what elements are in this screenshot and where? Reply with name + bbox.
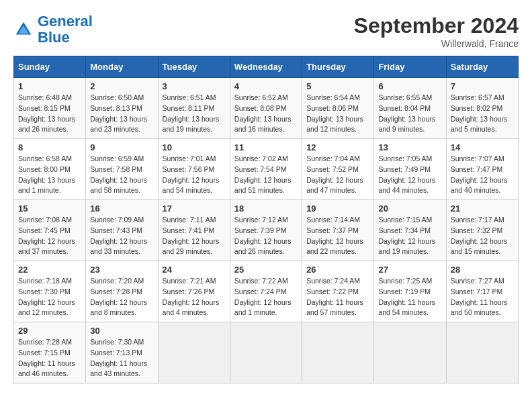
calendar-cell (446, 322, 518, 383)
day-number: 25 (234, 265, 298, 275)
calendar-cell: 11Sunrise: 7:02 AMSunset: 7:54 PMDayligh… (230, 139, 302, 200)
day-number: 26 (306, 265, 369, 275)
calendar-cell: 6Sunrise: 6:55 AMSunset: 8:04 PMDaylight… (374, 78, 446, 139)
day-info: Sunrise: 6:55 AMSunset: 8:04 PMDaylight:… (378, 93, 441, 135)
day-number: 15 (18, 203, 81, 214)
header-saturday: Saturday (446, 56, 518, 78)
day-info: Sunrise: 7:25 AMSunset: 7:19 PMDaylight:… (378, 276, 441, 318)
calendar-cell: 29Sunrise: 7:28 AMSunset: 7:15 PMDayligh… (14, 322, 86, 383)
calendar-cell: 14Sunrise: 7:07 AMSunset: 7:47 PMDayligh… (446, 139, 518, 200)
calendar-cell: 7Sunrise: 6:57 AMSunset: 8:02 PMDaylight… (446, 78, 518, 139)
calendar-cell (374, 322, 446, 383)
calendar-cell: 21Sunrise: 7:17 AMSunset: 7:32 PMDayligh… (446, 200, 518, 261)
day-number: 4 (234, 81, 298, 91)
day-number: 11 (234, 142, 298, 152)
day-number: 27 (378, 265, 441, 275)
calendar-week-4: 22Sunrise: 7:18 AMSunset: 7:30 PMDayligh… (14, 261, 519, 322)
header-friday: Friday (374, 56, 446, 78)
logo-general: General (38, 13, 93, 30)
day-number: 5 (306, 81, 369, 91)
day-info: Sunrise: 7:02 AMSunset: 7:54 PMDaylight:… (234, 154, 298, 196)
day-info: Sunrise: 7:30 AMSunset: 7:13 PMDaylight:… (90, 337, 153, 379)
calendar-cell: 17Sunrise: 7:11 AMSunset: 7:41 PMDayligh… (158, 200, 230, 261)
day-number: 8 (18, 142, 81, 152)
day-info: Sunrise: 7:08 AMSunset: 7:45 PMDaylight:… (18, 215, 81, 257)
calendar-cell: 19Sunrise: 7:14 AMSunset: 7:37 PMDayligh… (302, 200, 374, 261)
day-number: 9 (90, 142, 153, 152)
day-info: Sunrise: 7:21 AMSunset: 7:26 PMDaylight:… (163, 276, 226, 318)
calendar-week-3: 15Sunrise: 7:08 AMSunset: 7:45 PMDayligh… (14, 200, 519, 261)
logo-icon (13, 19, 34, 40)
calendar-table: Sunday Monday Tuesday Wednesday Thursday… (13, 56, 519, 383)
day-number: 21 (451, 203, 514, 214)
day-info: Sunrise: 7:09 AMSunset: 7:43 PMDaylight:… (90, 215, 153, 257)
day-info: Sunrise: 7:15 AMSunset: 7:34 PMDaylight:… (378, 215, 441, 257)
calendar-week-1: 1Sunrise: 6:48 AMSunset: 8:15 PMDaylight… (14, 78, 519, 139)
day-number: 24 (163, 265, 226, 275)
calendar-cell: 12Sunrise: 7:04 AMSunset: 7:52 PMDayligh… (302, 139, 374, 200)
day-info: Sunrise: 7:24 AMSunset: 7:22 PMDaylight:… (306, 276, 369, 318)
day-info: Sunrise: 7:04 AMSunset: 7:52 PMDaylight:… (306, 154, 369, 196)
header-tuesday: Tuesday (158, 56, 230, 78)
day-info: Sunrise: 7:12 AMSunset: 7:39 PMDaylight:… (234, 215, 298, 257)
calendar-cell: 8Sunrise: 6:58 AMSunset: 8:00 PMDaylight… (14, 139, 86, 200)
day-info: Sunrise: 7:28 AMSunset: 7:15 PMDaylight:… (18, 337, 81, 379)
day-number: 19 (306, 203, 369, 214)
page-header: General Blue September 2024 Willerwald, … (13, 13, 519, 49)
day-number: 7 (451, 81, 514, 91)
calendar-cell: 16Sunrise: 7:09 AMSunset: 7:43 PMDayligh… (86, 200, 158, 261)
header-wednesday: Wednesday (230, 56, 302, 78)
day-info: Sunrise: 6:59 AMSunset: 7:58 PMDaylight:… (90, 154, 153, 196)
day-info: Sunrise: 6:48 AMSunset: 8:15 PMDaylight:… (18, 93, 81, 135)
calendar-cell: 10Sunrise: 7:01 AMSunset: 7:56 PMDayligh… (158, 139, 230, 200)
day-number: 6 (378, 81, 441, 91)
day-info: Sunrise: 7:01 AMSunset: 7:56 PMDaylight:… (163, 154, 226, 196)
day-number: 29 (18, 326, 81, 336)
calendar-week-5: 29Sunrise: 7:28 AMSunset: 7:15 PMDayligh… (14, 322, 519, 383)
calendar-cell: 20Sunrise: 7:15 AMSunset: 7:34 PMDayligh… (374, 200, 446, 261)
title-block: September 2024 Willerwald, France (354, 13, 519, 49)
calendar-cell (302, 322, 374, 383)
calendar-cell: 30Sunrise: 7:30 AMSunset: 7:13 PMDayligh… (86, 322, 158, 383)
day-number: 16 (90, 203, 153, 214)
calendar-cell: 15Sunrise: 7:08 AMSunset: 7:45 PMDayligh… (14, 200, 86, 261)
day-info: Sunrise: 6:57 AMSunset: 8:02 PMDaylight:… (451, 93, 514, 135)
logo-blue: Blue (38, 29, 70, 46)
day-number: 28 (451, 265, 514, 275)
day-number: 2 (90, 81, 153, 91)
calendar-cell: 9Sunrise: 6:59 AMSunset: 7:58 PMDaylight… (86, 139, 158, 200)
day-number: 23 (90, 265, 153, 275)
calendar-cell (158, 322, 230, 383)
calendar-cell: 13Sunrise: 7:05 AMSunset: 7:49 PMDayligh… (374, 139, 446, 200)
calendar-body: 1Sunrise: 6:48 AMSunset: 8:15 PMDaylight… (14, 78, 519, 383)
calendar-cell: 3Sunrise: 6:51 AMSunset: 8:11 PMDaylight… (158, 78, 230, 139)
month-year: September 2024 (354, 13, 519, 38)
day-info: Sunrise: 6:50 AMSunset: 8:13 PMDaylight:… (90, 93, 153, 135)
calendar-cell: 1Sunrise: 6:48 AMSunset: 8:15 PMDaylight… (14, 78, 86, 139)
calendar-cell: 5Sunrise: 6:54 AMSunset: 8:06 PMDaylight… (302, 78, 374, 139)
day-number: 17 (163, 203, 226, 214)
day-number: 13 (378, 142, 441, 152)
logo: General Blue (13, 13, 93, 46)
day-info: Sunrise: 7:27 AMSunset: 7:17 PMDaylight:… (451, 276, 514, 318)
day-info: Sunrise: 7:11 AMSunset: 7:41 PMDaylight:… (163, 215, 226, 257)
day-info: Sunrise: 7:05 AMSunset: 7:49 PMDaylight:… (378, 154, 441, 196)
calendar-week-2: 8Sunrise: 6:58 AMSunset: 8:00 PMDaylight… (14, 139, 519, 200)
calendar-cell (230, 322, 302, 383)
header-thursday: Thursday (302, 56, 374, 78)
calendar-cell: 25Sunrise: 7:22 AMSunset: 7:24 PMDayligh… (230, 261, 302, 322)
calendar-cell: 2Sunrise: 6:50 AMSunset: 8:13 PMDaylight… (86, 78, 158, 139)
calendar-cell: 22Sunrise: 7:18 AMSunset: 7:30 PMDayligh… (14, 261, 86, 322)
day-number: 1 (18, 81, 81, 91)
day-number: 22 (18, 265, 81, 275)
day-number: 14 (451, 142, 514, 152)
day-info: Sunrise: 6:54 AMSunset: 8:06 PMDaylight:… (306, 93, 369, 135)
calendar-cell: 27Sunrise: 7:25 AMSunset: 7:19 PMDayligh… (374, 261, 446, 322)
day-info: Sunrise: 7:22 AMSunset: 7:24 PMDaylight:… (234, 276, 298, 318)
calendar-cell: 4Sunrise: 6:52 AMSunset: 8:08 PMDaylight… (230, 78, 302, 139)
header-sunday: Sunday (14, 56, 86, 78)
calendar-cell: 26Sunrise: 7:24 AMSunset: 7:22 PMDayligh… (302, 261, 374, 322)
calendar-cell: 18Sunrise: 7:12 AMSunset: 7:39 PMDayligh… (230, 200, 302, 261)
location: Willerwald, France (354, 38, 519, 49)
day-number: 20 (378, 203, 441, 214)
